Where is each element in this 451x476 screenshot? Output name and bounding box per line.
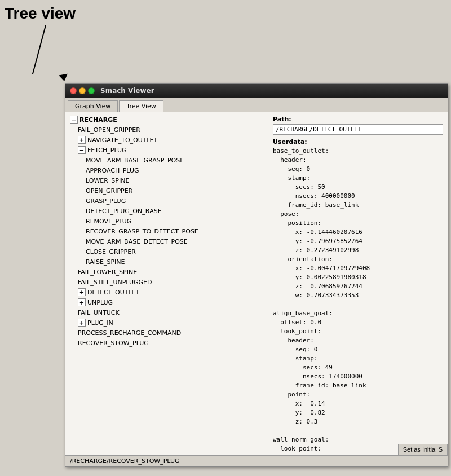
arrow-head xyxy=(59,74,69,82)
tree-item-raise-spine[interactable]: RAISE_SPINE xyxy=(65,257,268,267)
expander-detect-outlet[interactable]: + xyxy=(78,288,86,296)
item-label-open-gripper: OPEN_GRIPPER xyxy=(86,187,132,195)
expander-fetch-plug[interactable]: − xyxy=(78,146,86,154)
tree-item-close-gripper[interactable]: CLOSE_GRIPPER xyxy=(65,246,268,257)
item-label-fail-lower-spine: FAIL_LOWER_SPINE xyxy=(78,268,137,276)
path-label: Path: xyxy=(273,116,443,123)
item-label-lower-spine: LOWER_SPINE xyxy=(86,177,129,184)
smach-window: Smach Viewer Graph View Tree View − RECH… xyxy=(65,83,448,467)
item-label-move-arm-grasp: MOVE_ARM_BASE_GRASP_POSE xyxy=(86,157,184,164)
tree-item-remove-plug[interactable]: REMOVE_PLUG xyxy=(65,216,268,226)
item-label-plug-in: PLUG_IN xyxy=(87,319,113,327)
tree-item-grasp-plug[interactable]: GRASP_PLUG xyxy=(65,196,268,206)
tree-item-recover-stow-plug[interactable]: RECOVER_STOW_PLUG xyxy=(65,338,268,348)
item-label-approach-plug: APPROACH_PLUG xyxy=(86,167,139,174)
content-area: − RECHARGE FAIL_OPEN_GRIPPER + NAVIGATE_… xyxy=(65,112,448,466)
tree-item-lower-spine[interactable]: LOWER_SPINE xyxy=(65,175,268,186)
expander-recharge[interactable]: − xyxy=(70,116,78,124)
title-bar: Smach Viewer xyxy=(65,84,448,98)
tree-item-fail-open-gripper[interactable]: FAIL_OPEN_GRIPPER xyxy=(65,125,268,135)
item-label-recover-grasp: RECOVER_GRASP_TO_DETECT_POSE xyxy=(86,228,198,235)
expander-navigate[interactable]: + xyxy=(78,136,86,144)
close-button[interactable] xyxy=(70,87,77,94)
tree-item-fail-lower-spine[interactable]: FAIL_LOWER_SPINE xyxy=(65,267,268,277)
tree-item-open-gripper[interactable]: OPEN_GRIPPER xyxy=(65,186,268,196)
item-label-remove-plug: REMOVE_PLUG xyxy=(86,218,131,225)
item-label-process-recharge: PROCESS_RECHARGE_COMMAND xyxy=(78,329,181,337)
tree-item-move-arm-grasp[interactable]: MOVE_ARM_BASE_GRASP_POSE xyxy=(65,155,268,165)
tree-item-fail-still-unplugged[interactable]: FAIL_STILL_UNPLUGGED xyxy=(65,277,268,287)
item-label-recover-stow-plug: RECOVER_STOW_PLUG xyxy=(78,340,149,347)
item-label-grasp-plug: GRASP_PLUG xyxy=(86,197,126,205)
tree-view-label: Tree view xyxy=(5,5,76,23)
info-panel: Path: /RECHARGE/DETECT_OUTLET Userdata: … xyxy=(268,112,448,466)
item-label-detect-plug-on-base: DETECT_PLUG_ON_BASE xyxy=(86,208,162,215)
set-initial-button[interactable]: Set as Initial S xyxy=(398,444,448,455)
tree-item-detect-plug-on-base[interactable]: DETECT_PLUG_ON_BASE xyxy=(65,206,268,216)
tree-item-recover-grasp[interactable]: RECOVER_GRASP_TO_DETECT_POSE xyxy=(65,226,268,236)
item-label-fetch-plug: FETCH_PLUG xyxy=(87,147,127,154)
tree-item-fail-untuck[interactable]: FAIL_UNTUCK xyxy=(65,307,268,318)
minimize-button[interactable] xyxy=(79,87,86,94)
tab-tree-view[interactable]: Tree View xyxy=(119,100,163,112)
item-label-close-gripper: CLOSE_GRIPPER xyxy=(86,248,136,255)
status-path: /RECHARGE/RECOVER_STOW_PLUG xyxy=(70,457,179,465)
window-title: Smach Viewer xyxy=(100,87,154,95)
item-label-navigate: NAVIGATE_TO_OUTLET xyxy=(87,136,157,144)
item-label-detect-outlet: DETECT_OUTLET xyxy=(87,289,139,296)
userdata-label: Userdata: xyxy=(273,138,443,146)
tab-bar: Graph View Tree View xyxy=(65,98,448,112)
item-label-fail-open-gripper: FAIL_OPEN_GRIPPER xyxy=(78,126,140,134)
tree-item-unplug[interactable]: + UNPLUG xyxy=(65,297,268,307)
status-bar: /RECHARGE/RECOVER_STOW_PLUG xyxy=(65,455,448,466)
tree-item-approach-plug[interactable]: APPROACH_PLUG xyxy=(65,165,268,175)
tree-panel[interactable]: − RECHARGE FAIL_OPEN_GRIPPER + NAVIGATE_… xyxy=(65,112,268,466)
tree-item-navigate-to-outlet[interactable]: + NAVIGATE_TO_OUTLET xyxy=(65,135,268,145)
maximize-button[interactable] xyxy=(88,87,95,94)
item-label-recharge: RECHARGE xyxy=(79,116,117,124)
tree-item-move-arm-detect[interactable]: MOVE_ARM_BASE_DETECT_POSE xyxy=(65,236,268,246)
item-label-raise-spine: RAISE_SPINE xyxy=(86,258,125,266)
expander-unplug[interactable]: + xyxy=(78,298,86,306)
tree-item-plug-in[interactable]: + PLUG_IN xyxy=(65,318,268,328)
item-label-unplug: UNPLUG xyxy=(87,299,113,306)
tab-graph-view[interactable]: Graph View xyxy=(68,100,118,112)
tree-item-recharge[interactable]: − RECHARGE xyxy=(65,114,268,125)
tree-item-fetch-plug[interactable]: − FETCH_PLUG xyxy=(65,145,268,155)
tree-item-detect-outlet[interactable]: + DETECT_OUTLET xyxy=(65,287,268,297)
arrow-line xyxy=(32,25,46,74)
title-bar-buttons xyxy=(70,87,95,94)
expander-plug-in[interactable]: + xyxy=(78,319,86,327)
tree-item-process-recharge[interactable]: PROCESS_RECHARGE_COMMAND xyxy=(65,328,268,338)
path-value: /RECHARGE/DETECT_OUTLET xyxy=(273,124,443,135)
item-label-fail-untuck: FAIL_UNTUCK xyxy=(78,309,120,316)
item-label-fail-still-unplugged: FAIL_STILL_UNPLUGGED xyxy=(78,279,152,286)
item-label-move-arm-detect: MOVE_ARM_BASE_DETECT_POSE xyxy=(86,238,188,245)
info-content: base_to_outlet: header: seq: 0 stamp: se… xyxy=(273,147,443,466)
